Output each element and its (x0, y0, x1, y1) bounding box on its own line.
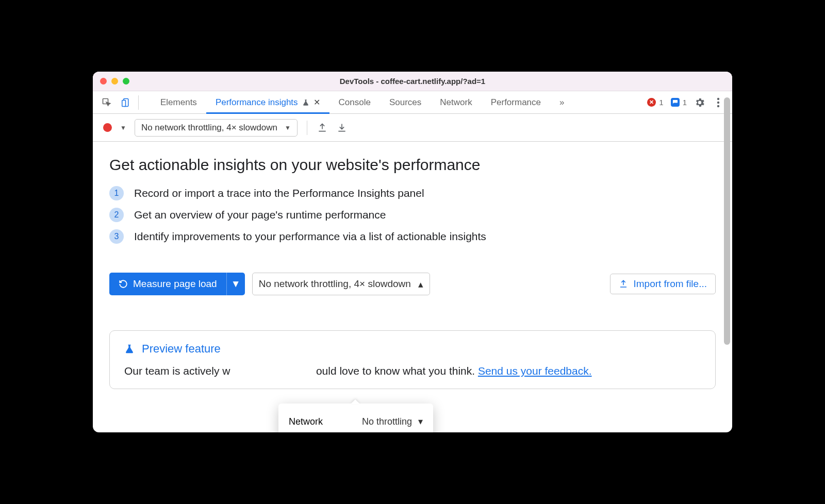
preview-feature-panel: Preview feature Our team is actively wor… (109, 330, 716, 389)
tab-more[interactable]: » (550, 91, 573, 113)
upload-icon (619, 279, 628, 289)
record-button[interactable] (103, 123, 112, 132)
svg-point-3 (717, 97, 719, 99)
network-throttle-select[interactable]: No throttling ▾ (362, 416, 423, 427)
chevron-down-icon: ▾ (418, 416, 423, 427)
button-label: Import from file... (633, 278, 707, 290)
scrollbar[interactable] (724, 97, 730, 429)
export-icon[interactable] (317, 122, 328, 133)
reload-icon (119, 279, 128, 289)
throttling-label: No network throttling, 4× slowdown (259, 278, 411, 290)
step-text: Get an overview of your page's runtime p… (134, 209, 386, 221)
import-icon[interactable] (336, 122, 348, 133)
measure-dropdown-button[interactable]: ▼ (226, 273, 245, 295)
insights-toolbar: ▼ No network throttling, 4× slowdown ▼ (93, 114, 732, 142)
devtools-tabbar: Elements Performance insights ✕ Console … (93, 91, 732, 114)
throttling-popover: Network No throttling ▾ CPU 4× slowdown … (278, 404, 433, 432)
step-text: Identify improvements to your performanc… (134, 230, 486, 243)
svg-rect-2 (122, 100, 126, 106)
error-count: 1 (659, 98, 663, 107)
panel-content: Get actionable insights on your website'… (93, 142, 732, 432)
issues-badge[interactable]: 1 (671, 98, 687, 107)
step-item: 1Record or import a trace into the Perfo… (109, 186, 716, 200)
divider (138, 95, 139, 110)
divider (307, 121, 307, 135)
inspect-element-icon[interactable] (101, 97, 112, 108)
step-number: 2 (109, 208, 124, 222)
window-controls (100, 78, 129, 85)
preview-title: Preview feature (142, 342, 221, 356)
window-title: DevTools - coffee-cart.netlify.app/?ad=1 (93, 77, 732, 86)
throttling-select[interactable]: No network throttling, 4× slowdown ▼ (135, 119, 298, 137)
devtools-window: DevTools - coffee-cart.netlify.app/?ad=1… (93, 72, 732, 432)
record-options-dropdown[interactable]: ▼ (120, 124, 126, 131)
scroll-thumb[interactable] (724, 97, 730, 345)
button-label: Measure page load (133, 278, 217, 290)
tab-network[interactable]: Network (431, 91, 481, 113)
tab-elements[interactable]: Elements (151, 91, 206, 113)
tab-sources[interactable]: Sources (380, 91, 431, 113)
import-from-file-button[interactable]: Import from file... (610, 274, 716, 294)
step-number: 3 (109, 229, 124, 244)
page-heading: Get actionable insights on your website'… (109, 156, 716, 174)
step-item: 3Identify improvements to your performan… (109, 229, 716, 244)
issue-icon (671, 98, 680, 107)
minimize-window-button[interactable] (111, 78, 118, 85)
step-text: Record or import a trace into the Perfor… (134, 187, 424, 199)
svg-point-4 (717, 101, 719, 103)
svg-point-5 (717, 105, 719, 107)
throttling-select-main[interactable]: No network throttling, 4× slowdown ▴ (252, 273, 430, 295)
throttling-label: No network throttling, 4× slowdown (141, 123, 277, 133)
preview-body: Our team is actively working on it. We w… (124, 363, 701, 379)
tab-performance[interactable]: Performance (482, 91, 550, 113)
close-tab-icon[interactable]: ✕ (314, 97, 320, 107)
flask-icon (302, 98, 309, 107)
flask-icon (124, 343, 135, 355)
chevron-down-icon: ▼ (285, 124, 291, 131)
tab-label: Performance insights (216, 97, 298, 108)
close-window-button[interactable] (100, 78, 107, 85)
measure-page-load-button[interactable]: Measure page load ▼ (109, 273, 245, 295)
step-number: 1 (109, 186, 124, 200)
issue-count: 1 (683, 98, 687, 107)
titlebar: DevTools - coffee-cart.netlify.app/?ad=1 (93, 72, 732, 91)
device-toolbar-icon[interactable] (121, 97, 132, 108)
settings-icon[interactable] (694, 97, 705, 108)
chevron-up-icon: ▴ (418, 278, 423, 290)
network-label: Network (289, 416, 323, 427)
errors-badge[interactable]: ✕ 1 (647, 98, 663, 107)
error-icon: ✕ (647, 98, 656, 107)
kebab-menu-icon[interactable] (713, 97, 724, 108)
feedback-link[interactable]: Send us your feedback. (478, 365, 592, 377)
tab-console[interactable]: Console (329, 91, 380, 113)
tab-performance-insights[interactable]: Performance insights ✕ (206, 91, 329, 113)
zoom-window-button[interactable] (123, 78, 129, 85)
step-item: 2Get an overview of your page's runtime … (109, 208, 716, 222)
select-value: No throttling (362, 416, 412, 427)
